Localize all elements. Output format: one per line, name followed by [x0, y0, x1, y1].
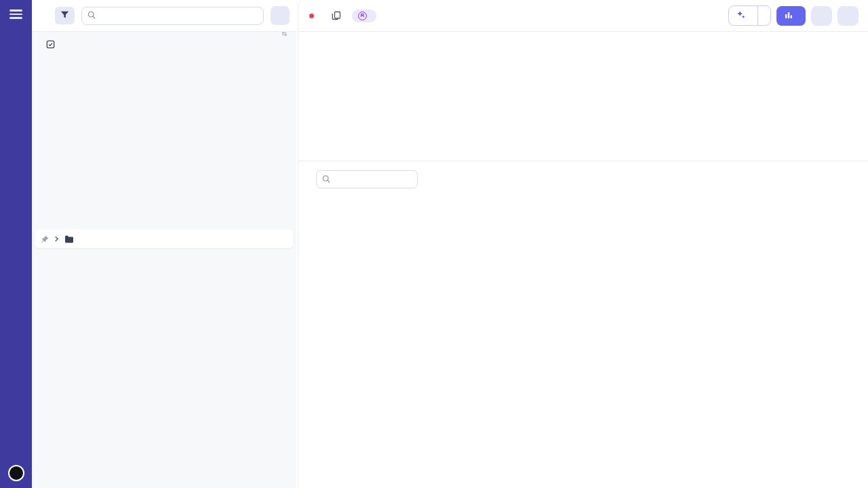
runs-panel-header: ⇆ — [32, 0, 296, 32]
runs-history-chart — [32, 56, 296, 224]
panel-collapse-icon[interactable]: ⇆ — [281, 30, 287, 37]
run-detail-header: R — [298, 0, 868, 32]
tests-list — [298, 199, 868, 202]
pin-icon[interactable] — [41, 235, 49, 243]
chevron-right-icon[interactable] — [54, 236, 60, 242]
result-filter-chips — [298, 161, 868, 191]
more-actions-button[interactable] — [811, 6, 832, 26]
breadcrumb[interactable] — [44, 10, 48, 22]
panel-close-button[interactable] — [271, 6, 290, 25]
runs-search-input[interactable] — [100, 11, 258, 20]
run-detail-panel: R — [298, 0, 868, 488]
run-status-dot — [309, 14, 314, 18]
app-sidebar — [0, 0, 32, 488]
app: ⇆ R — [0, 0, 868, 488]
run-actions — [728, 5, 859, 26]
automated-run-icon: R — [358, 12, 367, 20]
select-runs-icon[interactable] — [45, 39, 56, 49]
result-donut-chart — [374, 64, 461, 151]
report-chart-icon — [785, 11, 793, 21]
sort-row — [298, 191, 868, 199]
ai-sparkle-icon — [736, 10, 745, 21]
milestone-row[interactable] — [35, 230, 293, 248]
tests-search-input[interactable] — [334, 176, 412, 184]
search-icon — [322, 174, 330, 186]
filter-button[interactable] — [55, 7, 75, 24]
run-summary-more-button[interactable] — [757, 6, 770, 25]
donut-zone — [309, 59, 597, 151]
tests-search[interactable] — [316, 170, 418, 188]
app-logo[interactable] — [8, 465, 24, 481]
runs-search[interactable] — [81, 7, 264, 25]
area-chart-xticks — [32, 199, 296, 209]
menu-icon[interactable] — [9, 9, 22, 19]
run-summary-button[interactable] — [729, 6, 757, 25]
copy-icon[interactable] — [332, 11, 341, 20]
run-title — [298, 32, 868, 41]
close-run-button[interactable] — [837, 6, 859, 26]
automated-badge[interactable]: R — [352, 9, 376, 22]
runs-panel: ⇆ — [32, 0, 296, 488]
search-icon — [87, 9, 96, 22]
runs-filter-tabs — [32, 32, 296, 56]
run-details-table — [597, 60, 857, 151]
run-detail-tabs — [298, 151, 868, 161]
run-summary-group — [728, 5, 771, 26]
area-chart — [32, 56, 296, 197]
runs-list — [32, 224, 296, 248]
folder-icon — [64, 235, 74, 243]
run-overview — [298, 54, 868, 151]
report-button[interactable] — [776, 6, 806, 26]
milestone-meta — [87, 235, 101, 243]
funnel-icon — [60, 10, 69, 21]
